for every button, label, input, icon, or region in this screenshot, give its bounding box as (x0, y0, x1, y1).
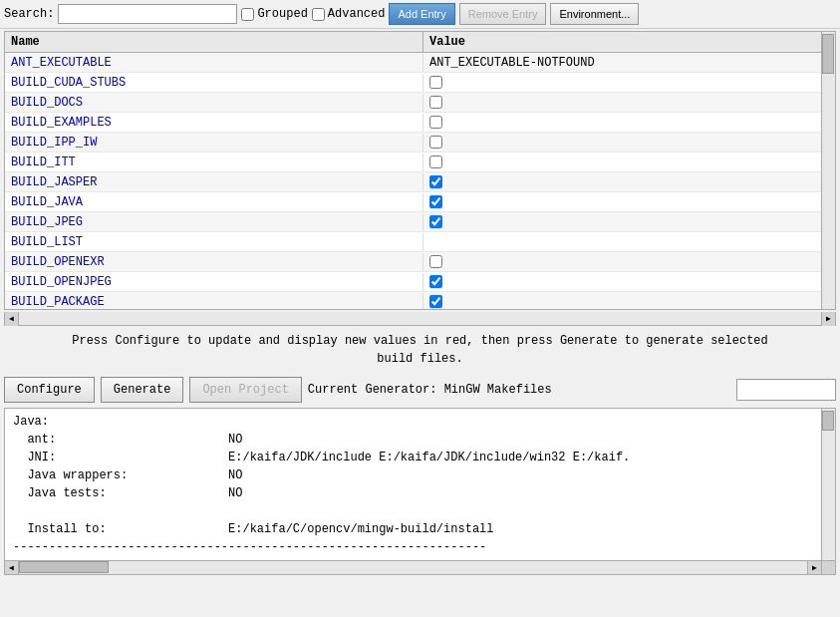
hscroll-left-button[interactable]: ◀ (5, 312, 19, 326)
top-toolbar: Search: Grouped Advanced Add Entry Remov… (0, 0, 840, 29)
row-name: ANT_EXECUTABLE (5, 54, 423, 72)
row-value[interactable] (423, 114, 835, 131)
table-row: BUILD_LIST (5, 232, 835, 252)
grouped-label: Grouped (257, 7, 307, 21)
row-name: BUILD_IPP_IW (5, 134, 423, 152)
add-entry-button[interactable]: Add Entry (389, 3, 454, 25)
table-row: BUILD_PACKAGE (5, 292, 835, 309)
advanced-label: Advanced (328, 7, 386, 21)
row-value: ANT_EXECUTABLE-NOTFOUND (423, 54, 835, 72)
hscroll-track (19, 312, 821, 325)
search-input[interactable] (58, 4, 237, 24)
table-row: BUILD_DOCS (5, 93, 835, 113)
table-body: ANT_EXECUTABLEANT_EXECUTABLE-NOTFOUNDBUI… (5, 53, 835, 309)
info-text-area: Press Configure to update and display ne… (0, 326, 840, 374)
row-checkbox[interactable] (429, 136, 442, 149)
row-checkbox[interactable] (429, 155, 442, 168)
row-name: BUILD_OPENEXR (5, 253, 423, 271)
row-checkbox[interactable] (429, 275, 442, 288)
table-row: BUILD_OPENEXR (5, 252, 835, 272)
remove-entry-button[interactable]: Remove Entry (459, 3, 547, 25)
table-header: Name Value (5, 32, 835, 53)
row-value[interactable] (423, 273, 835, 290)
row-name: BUILD_PACKAGE (5, 293, 423, 310)
advanced-checkbox-group: Advanced (312, 7, 386, 21)
log-scroll-corner (821, 560, 835, 574)
row-value[interactable] (423, 213, 835, 230)
row-checkbox[interactable] (429, 76, 442, 89)
open-project-button[interactable]: Open Project (189, 377, 301, 403)
row-value[interactable] (423, 253, 835, 270)
row-value[interactable] (423, 293, 835, 309)
table-row: BUILD_IPP_IW (5, 133, 835, 153)
table-row: BUILD_ITT (5, 153, 835, 172)
row-name: BUILD_JAVA (5, 193, 423, 211)
row-name: BUILD_JASPER (5, 173, 423, 191)
row-name: BUILD_CUDA_STUBS (5, 74, 423, 92)
table-row: BUILD_EXAMPLES (5, 113, 835, 133)
info-line-2: build files. (10, 350, 830, 368)
row-value[interactable] (423, 134, 835, 151)
row-name: BUILD_DOCS (5, 94, 423, 112)
row-value[interactable] (423, 154, 835, 170)
log-hscroll-thumb[interactable] (19, 561, 109, 573)
table-row: BUILD_JAVA (5, 192, 835, 212)
row-value[interactable] (423, 193, 835, 210)
log-container: Java: ant: NO JNI: E:/kaifa/JDK/include … (4, 408, 836, 575)
log-horizontal-scrollbar[interactable]: ◀ ▶ (5, 560, 821, 574)
row-checkbox[interactable] (429, 116, 442, 129)
generator-text: Current Generator: MinGW Makefiles (308, 383, 552, 397)
table-row: BUILD_CUDA_STUBS (5, 73, 835, 93)
table-horizontal-scrollbar[interactable]: ◀ ▶ (4, 312, 836, 326)
configure-button[interactable]: Configure (4, 377, 95, 403)
name-column-header: Name (5, 32, 423, 52)
row-name: BUILD_OPENJPEG (5, 273, 423, 291)
generate-button[interactable]: Generate (101, 377, 184, 403)
row-checkbox[interactable] (429, 215, 442, 228)
bottom-toolbar: Configure Generate Open Project Current … (0, 374, 840, 406)
table-row: BUILD_OPENJPEG (5, 272, 835, 292)
row-checkbox[interactable] (429, 175, 442, 188)
table-scroll-thumb[interactable] (822, 34, 834, 74)
table-vertical-scrollbar[interactable] (821, 32, 835, 309)
grouped-checkbox[interactable] (241, 8, 254, 21)
table-row: BUILD_JASPER (5, 172, 835, 192)
bottom-search-input[interactable] (736, 379, 836, 401)
row-checkbox[interactable] (429, 96, 442, 109)
grouped-checkbox-group: Grouped (241, 7, 307, 21)
log-hscroll-right-button[interactable]: ▶ (807, 561, 821, 575)
log-hscroll-track (19, 561, 807, 574)
row-value[interactable] (423, 74, 835, 91)
info-line-1: Press Configure to update and display ne… (10, 332, 830, 350)
hscroll-right-button[interactable]: ▶ (821, 312, 835, 326)
row-checkbox[interactable] (429, 295, 442, 308)
search-label: Search: (4, 7, 54, 21)
row-name: BUILD_EXAMPLES (5, 114, 423, 132)
log-hscroll-left-button[interactable]: ◀ (5, 561, 19, 575)
table-row: BUILD_JPEG (5, 212, 835, 232)
cmake-table: Name Value ANT_EXECUTABLEANT_EXECUTABLE-… (4, 31, 836, 310)
log-scroll-thumb[interactable] (822, 411, 834, 431)
row-value[interactable] (423, 94, 835, 111)
advanced-checkbox[interactable] (312, 8, 325, 21)
row-name: BUILD_JPEG (5, 213, 423, 231)
row-value[interactable] (423, 173, 835, 190)
row-checkbox[interactable] (429, 255, 442, 268)
log-vertical-scrollbar[interactable] (821, 409, 835, 560)
row-name: BUILD_LIST (5, 233, 423, 251)
environment-button[interactable]: Environment... (550, 3, 639, 25)
value-column-header: Value (423, 32, 835, 52)
table-row: ANT_EXECUTABLEANT_EXECUTABLE-NOTFOUND (5, 53, 835, 73)
row-name: BUILD_ITT (5, 154, 423, 171)
row-checkbox[interactable] (429, 195, 442, 208)
log-body[interactable]: Java: ant: NO JNI: E:/kaifa/JDK/include … (5, 409, 835, 574)
row-value (423, 240, 835, 244)
